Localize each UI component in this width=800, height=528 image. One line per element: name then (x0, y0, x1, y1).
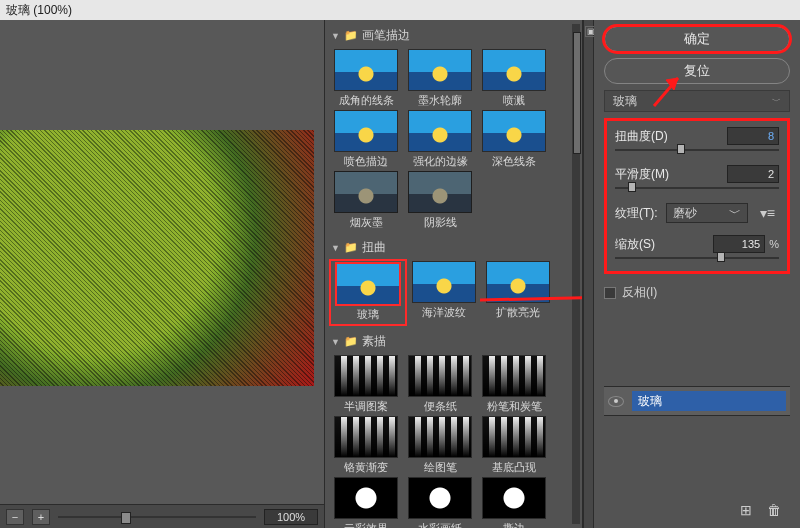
zoom-bar: − + 100% (0, 504, 324, 528)
folder-brush-strokes[interactable]: ▼ 📁 画笔描边 (331, 24, 582, 47)
smoothness-slider[interactable] (615, 185, 779, 191)
thumb-label: 云彩效果 (344, 521, 388, 528)
visibility-icon[interactable] (608, 396, 624, 407)
thumb-notepaper[interactable]: 便条纸 (405, 355, 475, 414)
panel-toggle[interactable]: ▣ (583, 20, 594, 528)
thumb-spatter[interactable]: 喷溅 (479, 49, 549, 108)
thumb-label: 撕边 (503, 521, 525, 528)
applied-filter-row[interactable]: 玻璃 (632, 391, 786, 411)
sketch-grid: 半调图案 便条纸 粉笔和炭笔 铬黄渐变 绘图笔 基底凸现 云彩效果 水彩画纸 撕… (331, 353, 582, 528)
scale-slider[interactable] (615, 255, 779, 261)
app-root: − + 100% ▼ 📁 画笔描边 成角的线条 墨水轮廓 喷溅 喷色描边 强化的… (0, 20, 800, 528)
thumb-sumie[interactable]: 烟灰墨 (331, 171, 401, 230)
canvas-wrap (0, 20, 324, 504)
thumb-label: 强化的边缘 (413, 154, 468, 169)
distortion-slider[interactable] (615, 147, 779, 153)
thumb-chalk-charcoal[interactable]: 粉笔和炭笔 (479, 355, 549, 414)
thumb-dark-strokes[interactable]: 深色线条 (479, 110, 549, 169)
filter-gallery: ▼ 📁 画笔描边 成角的线条 墨水轮廓 喷溅 喷色描边 强化的边缘 深色线条 烟… (325, 20, 583, 528)
thumb-bas-relief[interactable]: 基底凸现 (479, 416, 549, 475)
texture-select[interactable]: 磨砂 ﹀ (666, 203, 748, 223)
load-texture-button[interactable]: ▾≡ (756, 205, 779, 221)
ok-button[interactable]: 确定 (604, 26, 790, 52)
thumb-reticulation[interactable]: 云彩效果 (331, 477, 401, 528)
thumb-angled-strokes[interactable]: 成角的线条 (331, 49, 401, 108)
param-label: 扭曲度(D) (615, 128, 668, 145)
thumb-ocean-ripple[interactable]: 海洋波纹 (409, 261, 479, 324)
param-label: 缩放(S) (615, 236, 655, 253)
chevron-down-icon: ▼ (331, 243, 340, 253)
param-label: 平滑度(M) (615, 166, 669, 183)
scale-input[interactable] (713, 235, 765, 253)
thumb-label: 绘图笔 (424, 460, 457, 475)
smoothness-input[interactable] (727, 165, 779, 183)
zoom-out-button[interactable]: − (6, 509, 24, 525)
distort-grid: 玻璃 海洋波纹 扩散亮光 (331, 259, 582, 330)
chevron-down-icon: ▼ (331, 337, 340, 347)
thumb-label: 扩散亮光 (496, 305, 540, 320)
preview-canvas (0, 130, 314, 386)
new-effect-layer-button[interactable]: ⊞ (738, 502, 754, 518)
texture-value: 磨砂 (673, 205, 697, 222)
brush-grid: 成角的线条 墨水轮廓 喷溅 喷色描边 强化的边缘 深色线条 烟灰墨 阴影线 (331, 47, 582, 236)
invert-row: 反相(I) (604, 280, 790, 301)
thumb-diffuse-glow[interactable]: 扩散亮光 (483, 261, 553, 324)
thumb-graphic-pen[interactable]: 绘图笔 (405, 416, 475, 475)
thumb-torn-edges[interactable]: 撕边 (479, 477, 549, 528)
folder-label: 扭曲 (362, 239, 386, 256)
applied-filter-label: 玻璃 (638, 393, 662, 410)
thumb-crosshatch[interactable]: 阴影线 (405, 171, 475, 230)
thumb-label: 便条纸 (424, 399, 457, 414)
thumb-label: 水彩画纸 (418, 521, 462, 528)
distortion-input[interactable] (727, 127, 779, 145)
folder-icon: 📁 (344, 29, 358, 42)
folder-icon: 📁 (344, 241, 358, 254)
settings-panel: 确定 复位 玻璃 ﹀ 扭曲度(D) 平滑度(M) (594, 20, 800, 528)
thumb-ink-outlines[interactable]: 墨水轮廓 (405, 49, 475, 108)
thumb-label: 烟灰墨 (350, 215, 383, 230)
applied-filters: 玻璃 (604, 386, 790, 416)
thumb-label: 基底凸现 (492, 460, 536, 475)
param-texture: 纹理(T): 磨砂 ﹀ ▾≡ (615, 203, 779, 223)
zoom-in-button[interactable]: + (32, 509, 50, 525)
thumb-label: 深色线条 (492, 154, 536, 169)
zoom-slider[interactable] (58, 516, 256, 518)
thumb-waterpaper[interactable]: 水彩画纸 (405, 477, 475, 528)
thumb-sprayed-strokes[interactable]: 喷色描边 (331, 110, 401, 169)
param-label: 纹理(T): (615, 205, 658, 222)
param-scale: 缩放(S) % (615, 235, 779, 261)
thumb-glass[interactable]: 玻璃 (331, 261, 405, 324)
thumb-accented-edges[interactable]: 强化的边缘 (405, 110, 475, 169)
param-smoothness: 平滑度(M) (615, 165, 779, 191)
filter-name: 玻璃 (613, 93, 637, 110)
footer-bar: ⊞ 🗑 (604, 498, 790, 522)
folder-distort[interactable]: ▼ 📁 扭曲 (331, 236, 582, 259)
folder-label: 素描 (362, 333, 386, 350)
thumb-label: 喷色描边 (344, 154, 388, 169)
delete-effect-button[interactable]: 🗑 (766, 502, 782, 518)
scale-suffix: % (769, 238, 779, 250)
thumb-label: 阴影线 (424, 215, 457, 230)
zoom-value[interactable]: 100% (264, 509, 318, 525)
thumb-label: 喷溅 (503, 93, 525, 108)
folder-label: 画笔描边 (362, 27, 410, 44)
chevron-down-icon: ﹀ (772, 95, 781, 108)
thumb-label: 成角的线条 (339, 93, 394, 108)
gallery-scrollbar[interactable] (572, 24, 580, 524)
thumb-label: 墨水轮廓 (418, 93, 462, 108)
invert-checkbox[interactable] (604, 287, 616, 299)
thumb-label: 铬黄渐变 (344, 460, 388, 475)
thumb-label: 半调图案 (344, 399, 388, 414)
invert-label: 反相(I) (622, 284, 657, 301)
params-box: 扭曲度(D) 平滑度(M) 纹理(T): 磨砂 ﹀ (604, 118, 790, 274)
thumb-halftone[interactable]: 半调图案 (331, 355, 401, 414)
reset-button[interactable]: 复位 (604, 58, 790, 84)
window-title: 玻璃 (100%) (0, 0, 800, 20)
folder-icon: 📁 (344, 335, 358, 348)
filter-dropdown[interactable]: 玻璃 ﹀ (604, 90, 790, 112)
folder-sketch[interactable]: ▼ 📁 素描 (331, 330, 582, 353)
thumb-label: 玻璃 (357, 307, 379, 322)
preview-pane: − + 100% (0, 20, 325, 528)
thumb-label: 粉笔和炭笔 (487, 399, 542, 414)
thumb-chrome[interactable]: 铬黄渐变 (331, 416, 401, 475)
